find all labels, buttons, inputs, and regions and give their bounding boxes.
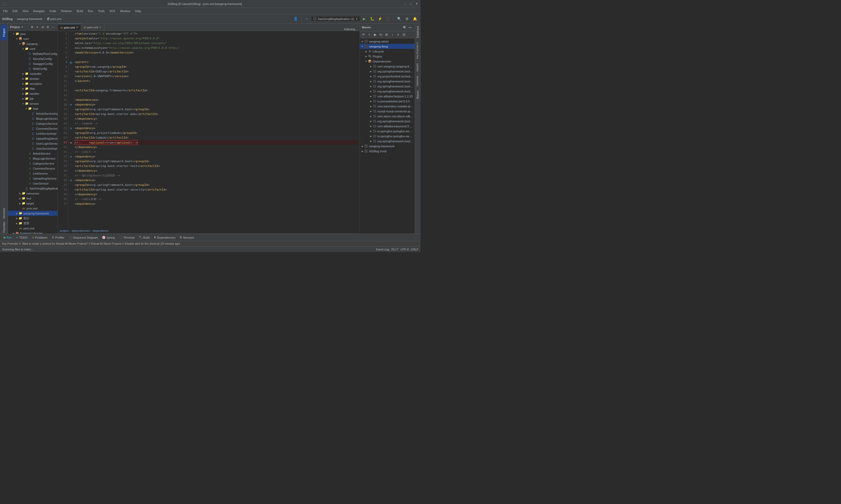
tree-item-securityconfig[interactable]: C SecurityConfig (8, 56, 57, 61)
side-tab-database[interactable]: Database (415, 24, 420, 40)
panel-close-btn[interactable]: — (51, 25, 55, 30)
menu-help[interactable]: Help (133, 9, 143, 13)
tree-item-domain[interactable]: ▶ 📁 domain (8, 76, 57, 81)
favorites-icon[interactable]: Favorites (1, 220, 7, 234)
build-btn[interactable]: 🔨 Build (137, 235, 151, 240)
maven-close-btn[interactable]: — (407, 25, 413, 30)
tree-item-com[interactable]: ▼ 📦 com (8, 36, 57, 41)
menu-code[interactable]: Code (47, 9, 58, 13)
tab-close-1[interactable]: ✕ (76, 26, 78, 29)
maven-item-sgblog[interactable]: ▶ ⬛ SGBlog (root) (360, 148, 415, 154)
side-tab-keypromoter[interactable]: Key Promoter X (415, 40, 420, 61)
side-tab-classdir[interactable]: classDir (415, 61, 420, 74)
panel-autoscroll-btn[interactable]: ⇄ (40, 25, 45, 30)
tree-item-controller[interactable]: ▶ 📁 controller (8, 71, 57, 76)
tree-item-categoryserviceimpl[interactable]: C CategoryServiceImpl (8, 121, 57, 126)
maven-dep-swagger[interactable]: ▶ ⬛ io.springfox:springfox-swagger:2.9.2 (360, 129, 415, 133)
menu-run[interactable]: Run (86, 9, 95, 13)
maven-collapse-btn[interactable]: ≡ (396, 32, 401, 37)
maven-dep-easyexcel[interactable]: ▶ ⬛ com.alibaba:easyexcel:3.0.5 (360, 124, 415, 129)
tree-item-filter[interactable]: ▶ 📁 filter (8, 86, 57, 91)
run-config-selector[interactable]: ⬛ SanGengBlogApplication (1) ▼ (311, 17, 360, 21)
maven-expand-btn[interactable]: ↕ (390, 32, 395, 37)
panel-layout-btn[interactable]: ≡ (35, 25, 40, 30)
tree-item-swaggerconfig[interactable]: C SwaggerConfig (8, 61, 57, 66)
maven-item-lifecycle[interactable]: ▶ ⊙ Lifecycle (360, 49, 415, 54)
tree-item-pom-root[interactable]: m pom.xml (8, 226, 57, 231)
tree-item-job[interactable]: ▶ 📁 job (8, 96, 57, 101)
menu-refactor[interactable]: Refactor (59, 9, 74, 13)
maven-toggle-btn[interactable]: m (378, 32, 383, 37)
menu-edit[interactable]: Edit (11, 9, 20, 13)
maximize-btn[interactable]: □ (409, 2, 413, 6)
tree-item-target[interactable]: ▶ 📁 target (8, 201, 57, 206)
tree-item-impl[interactable]: ▼ 📁 impl (8, 106, 57, 111)
maven-dep-spring-redis[interactable]: ▶ ⬛ org.springframework.boot:spring-boot… (360, 89, 415, 94)
toolbar-back-btn[interactable]: ← (304, 16, 310, 22)
tree-item-commentservice[interactable]: I CommentService (8, 166, 57, 171)
close-btn[interactable]: ✕ (415, 2, 418, 6)
maven-dep-spring-test[interactable]: ▶ ⬛ org.springframework.boot:spring-boot… (360, 79, 415, 84)
status-line-ending[interactable]: CRLF (411, 248, 418, 251)
maven-settings-btn[interactable]: ⚙ (401, 25, 407, 30)
tree-item-handler[interactable]: ▶ 📁 handler (8, 91, 57, 96)
maven-item-plugins[interactable]: ▶ 🔌 Plugins (360, 54, 415, 59)
tree-item-service[interactable]: ▼ 📁 service (8, 101, 57, 106)
menu-tools[interactable]: Tools (96, 9, 107, 13)
maven-dep-spring-security[interactable]: ▶ ⬛ org.springframework.boot:spring-boot… (360, 84, 415, 89)
tree-item-sangeng-framework[interactable]: ▶ 📁 sangeng-framework (8, 211, 57, 216)
maven-run-btn[interactable]: ▶ (373, 32, 378, 37)
maven-dep-sangeng-fw[interactable]: ▶ ⬛ com.sangeng:sangeng-framework:1.0-SN… (360, 64, 415, 69)
maven-item-blog[interactable]: ▼ ⬛ sangeng-blog (360, 44, 415, 49)
tree-item-commentserviceimpl[interactable]: C CommentServiceImpl (8, 126, 57, 131)
tree-item-webconfig[interactable]: C WebConfig (8, 66, 57, 71)
panel-gear-btn[interactable]: ⚙ (46, 25, 50, 30)
toolbar-search-btn[interactable]: 🔍 (396, 16, 402, 22)
run-btn[interactable]: ▶ (361, 16, 368, 22)
tree-item-pom-blog[interactable]: m pom.xml (8, 206, 57, 211)
tab-close-2[interactable]: ✕ (99, 26, 101, 29)
tree-item-articleserviceimpl[interactable]: C ArticleServiceImpl (8, 111, 57, 116)
tree-item-userserviceimpl[interactable]: C UserServiceImpl (8, 146, 57, 151)
tree-item-resources[interactable]: ▶ 📁 resources (8, 191, 57, 196)
maven-lifecycle-btn[interactable]: ⊞ (384, 32, 389, 37)
maven-item-admin[interactable]: ▶ ⬛ sangeng-admin (360, 39, 415, 44)
maven-dep-lombok[interactable]: ▶ ⬛ org.projectlombok:lombok:1.18.20 (360, 74, 415, 79)
status-encoding[interactable]: UTF-8 (400, 248, 409, 251)
status-event-log[interactable]: Event Log (376, 248, 389, 251)
todo-btn[interactable]: ✓ TODO (15, 235, 29, 240)
toolbar-profile-btn[interactable]: 👤 (292, 16, 299, 22)
tree-item-articleservice[interactable]: I ArticleService (8, 151, 57, 156)
debug-btn[interactable]: 🐛 (369, 16, 376, 22)
breadcrumb-project[interactable]: project (60, 229, 69, 232)
maven-reload-btn[interactable]: ⟳ (361, 32, 366, 37)
maven-options-btn[interactable]: ⊟ (401, 32, 407, 37)
maven-dep-jwt[interactable]: ▶ ⬛ io.jsonwebtoken:jwt:0.9.0 (360, 99, 415, 104)
tree-item-notes[interactable]: ▶ 📁 笔记 (8, 216, 57, 221)
maven-item-sangeng-fw[interactable]: ▶ ⬛ sangeng-framework (360, 144, 415, 148)
maven-dep-aliyun[interactable]: ▶ ⬛ com.aliyun.oss:aliyun-sdk-oss:3.10.2 (360, 114, 415, 119)
maven-dep-mysql[interactable]: ▶ ⬛ mysql:mysql-connector-java:8.0.25 (360, 109, 415, 114)
breadcrumb-dependencies[interactable]: dependencies (72, 229, 90, 232)
project-icon[interactable]: Project (1, 25, 7, 40)
tree-item-blogloginservice[interactable]: I BlogLoginService (8, 156, 57, 161)
dependencies-btn[interactable]: ⬇ Dependencies (152, 235, 177, 240)
menu-vcs[interactable]: VCS (107, 9, 118, 13)
tree-item-uploadimgserviceimpl[interactable]: C UploadImgServiceImpl (8, 136, 57, 141)
structure-icon[interactable]: Structure (1, 207, 7, 220)
side-tab-classdata[interactable]: classData (415, 74, 420, 88)
tab-pom-2[interactable]: m pom.xml ✕ (81, 24, 105, 31)
menu-view[interactable]: View (20, 9, 31, 13)
tree-item-categoryservice[interactable]: I CategoryService (8, 161, 57, 166)
code-editor[interactable]: 1 2 3 4 5 6 7 8 9 10 11 12 13 14 15 16 1… (58, 31, 360, 228)
tree-item-java[interactable]: ▼ 📁 java (8, 31, 57, 36)
tree-item-test[interactable]: ▶ 📁 test (8, 196, 57, 201)
run-btn-bottom[interactable]: ▶ Run (2, 235, 13, 240)
terminal-btn[interactable]: ⬛ Terminal (118, 235, 136, 240)
panel-dropdown-arrow[interactable]: ▼ (21, 25, 24, 29)
tree-item-linkservice[interactable]: I LinkService (8, 171, 57, 176)
side-tab-maven[interactable]: Maven (415, 88, 420, 101)
breadcrumb-dependency[interactable]: dependency (93, 229, 108, 232)
tree-item-extlibs[interactable]: ▶ 📚 External Libraries (8, 231, 57, 234)
menu-navigate[interactable]: Navigate (31, 9, 47, 13)
